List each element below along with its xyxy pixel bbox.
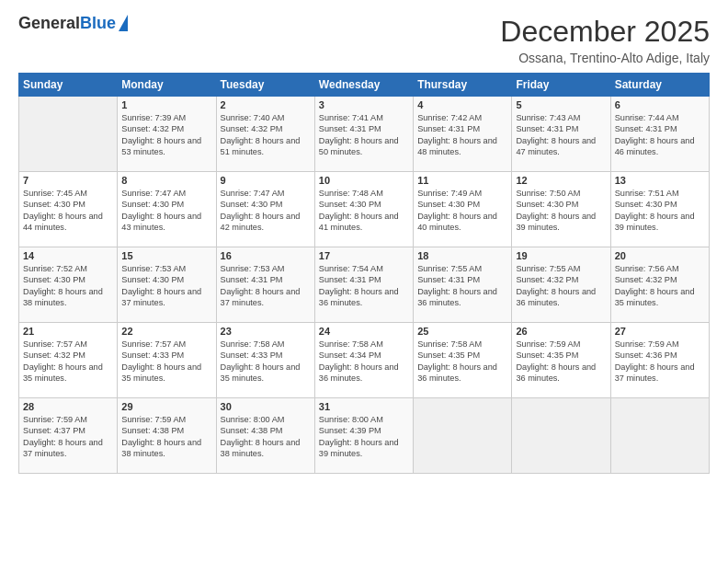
day-number: 4 (417, 99, 507, 110)
calendar-week-row: 21Sunrise: 7:57 AMSunset: 4:32 PMDayligh… (19, 323, 710, 398)
day-number: 25 (417, 326, 507, 337)
weekday-header-saturday: Saturday (610, 74, 709, 97)
calendar-cell: 28Sunrise: 7:59 AMSunset: 4:37 PMDayligh… (19, 398, 118, 474)
calendar-cell: 19Sunrise: 7:55 AMSunset: 4:32 PMDayligh… (512, 247, 610, 323)
weekday-header-friday: Friday (512, 74, 610, 97)
day-number: 12 (516, 175, 606, 186)
title-section: December 2025 Ossana, Trentino-Alto Adig… (500, 15, 710, 65)
day-info: Sunrise: 7:45 AMSunset: 4:30 PMDaylight:… (23, 188, 113, 234)
calendar-cell: 31Sunrise: 8:00 AMSunset: 4:39 PMDayligh… (314, 398, 413, 474)
calendar-cell (414, 398, 512, 474)
day-number: 28 (23, 401, 113, 412)
day-number: 11 (417, 175, 507, 186)
day-info: Sunrise: 7:47 AMSunset: 4:30 PMDaylight:… (121, 188, 211, 234)
day-info: Sunrise: 7:50 AMSunset: 4:30 PMDaylight:… (516, 188, 606, 234)
day-info: Sunrise: 7:57 AMSunset: 4:32 PMDaylight:… (23, 339, 113, 385)
day-number: 7 (23, 175, 113, 186)
day-number: 16 (221, 250, 311, 261)
calendar-cell: 14Sunrise: 7:52 AMSunset: 4:30 PMDayligh… (19, 247, 118, 323)
calendar-cell: 23Sunrise: 7:58 AMSunset: 4:33 PMDayligh… (216, 323, 314, 398)
day-number: 20 (615, 250, 705, 261)
day-number: 9 (221, 175, 311, 186)
logo-triangle-icon (119, 15, 128, 31)
calendar-cell (512, 398, 610, 474)
weekday-header-sunday: Sunday (19, 74, 118, 97)
weekday-header-tuesday: Tuesday (216, 74, 314, 97)
day-number: 27 (615, 326, 705, 337)
month-title: December 2025 (500, 15, 710, 49)
day-number: 13 (615, 175, 705, 186)
day-info: Sunrise: 7:48 AMSunset: 4:30 PMDaylight:… (319, 188, 409, 234)
calendar-cell: 21Sunrise: 7:57 AMSunset: 4:32 PMDayligh… (19, 323, 118, 398)
day-number: 10 (319, 175, 409, 186)
day-info: Sunrise: 7:59 AMSunset: 4:38 PMDaylight:… (121, 414, 211, 460)
calendar-cell: 3Sunrise: 7:41 AMSunset: 4:31 PMDaylight… (314, 97, 413, 172)
calendar-cell: 30Sunrise: 8:00 AMSunset: 4:38 PMDayligh… (216, 398, 314, 474)
calendar-week-row: 7Sunrise: 7:45 AMSunset: 4:30 PMDaylight… (19, 172, 710, 247)
calendar-cell: 15Sunrise: 7:53 AMSunset: 4:30 PMDayligh… (118, 247, 216, 323)
day-number: 24 (319, 326, 409, 337)
day-number: 23 (221, 326, 311, 337)
calendar-cell: 5Sunrise: 7:43 AMSunset: 4:31 PMDaylight… (512, 97, 610, 172)
weekday-header-wednesday: Wednesday (314, 74, 413, 97)
day-info: Sunrise: 7:53 AMSunset: 4:30 PMDaylight:… (121, 263, 211, 309)
day-number: 18 (417, 250, 507, 261)
day-info: Sunrise: 7:55 AMSunset: 4:32 PMDaylight:… (516, 263, 606, 309)
logo: GeneralBlue (18, 15, 128, 33)
day-info: Sunrise: 7:53 AMSunset: 4:31 PMDaylight:… (221, 263, 311, 309)
day-info: Sunrise: 7:58 AMSunset: 4:35 PMDaylight:… (417, 339, 507, 385)
day-number: 5 (516, 99, 606, 110)
day-number: 19 (516, 250, 606, 261)
calendar-cell: 22Sunrise: 7:57 AMSunset: 4:33 PMDayligh… (118, 323, 216, 398)
calendar-cell: 1Sunrise: 7:39 AMSunset: 4:32 PMDaylight… (118, 97, 216, 172)
day-number: 17 (319, 250, 409, 261)
calendar-cell: 13Sunrise: 7:51 AMSunset: 4:30 PMDayligh… (610, 172, 709, 247)
weekday-header-monday: Monday (118, 74, 216, 97)
day-info: Sunrise: 7:44 AMSunset: 4:31 PMDaylight:… (615, 112, 705, 158)
calendar-cell: 4Sunrise: 7:42 AMSunset: 4:31 PMDaylight… (414, 97, 512, 172)
day-number: 14 (23, 250, 113, 261)
calendar-cell: 16Sunrise: 7:53 AMSunset: 4:31 PMDayligh… (216, 247, 314, 323)
calendar-cell: 20Sunrise: 7:56 AMSunset: 4:32 PMDayligh… (610, 247, 709, 323)
day-info: Sunrise: 7:57 AMSunset: 4:33 PMDaylight:… (121, 339, 211, 385)
weekday-header-row: SundayMondayTuesdayWednesdayThursdayFrid… (19, 74, 710, 97)
day-info: Sunrise: 7:58 AMSunset: 4:34 PMDaylight:… (319, 339, 409, 385)
calendar-cell: 26Sunrise: 7:59 AMSunset: 4:35 PMDayligh… (512, 323, 610, 398)
calendar-cell: 9Sunrise: 7:47 AMSunset: 4:30 PMDaylight… (216, 172, 314, 247)
day-number: 26 (516, 326, 606, 337)
day-number: 15 (121, 250, 211, 261)
calendar-week-row: 28Sunrise: 7:59 AMSunset: 4:37 PMDayligh… (19, 398, 710, 474)
day-info: Sunrise: 7:59 AMSunset: 4:36 PMDaylight:… (615, 339, 705, 385)
day-info: Sunrise: 7:59 AMSunset: 4:35 PMDaylight:… (516, 339, 606, 385)
calendar-cell: 8Sunrise: 7:47 AMSunset: 4:30 PMDaylight… (118, 172, 216, 247)
day-info: Sunrise: 7:39 AMSunset: 4:32 PMDaylight:… (121, 112, 211, 158)
day-info: Sunrise: 7:54 AMSunset: 4:31 PMDaylight:… (319, 263, 409, 309)
day-number: 29 (121, 401, 211, 412)
day-info: Sunrise: 8:00 AMSunset: 4:38 PMDaylight:… (221, 414, 311, 460)
page: GeneralBlue December 2025 Ossana, Trenti… (0, 0, 728, 563)
calendar-week-row: 14Sunrise: 7:52 AMSunset: 4:30 PMDayligh… (19, 247, 710, 323)
calendar-cell (610, 398, 709, 474)
day-info: Sunrise: 8:00 AMSunset: 4:39 PMDaylight:… (319, 414, 409, 460)
day-info: Sunrise: 7:56 AMSunset: 4:32 PMDaylight:… (615, 263, 705, 309)
calendar-cell: 12Sunrise: 7:50 AMSunset: 4:30 PMDayligh… (512, 172, 610, 247)
day-number: 30 (221, 401, 311, 412)
day-number: 31 (319, 401, 409, 412)
day-info: Sunrise: 7:55 AMSunset: 4:31 PMDaylight:… (417, 263, 507, 309)
header: GeneralBlue December 2025 Ossana, Trenti… (18, 15, 710, 65)
day-info: Sunrise: 7:49 AMSunset: 4:30 PMDaylight:… (417, 188, 507, 234)
calendar-table: SundayMondayTuesdayWednesdayThursdayFrid… (18, 73, 710, 474)
day-number: 3 (319, 99, 409, 110)
day-number: 1 (121, 99, 211, 110)
logo-general: GeneralBlue (18, 15, 116, 33)
day-number: 22 (121, 326, 211, 337)
day-number: 6 (615, 99, 705, 110)
calendar-cell (19, 97, 118, 172)
calendar-cell: 7Sunrise: 7:45 AMSunset: 4:30 PMDaylight… (19, 172, 118, 247)
calendar-cell: 18Sunrise: 7:55 AMSunset: 4:31 PMDayligh… (414, 247, 512, 323)
day-info: Sunrise: 7:42 AMSunset: 4:31 PMDaylight:… (417, 112, 507, 158)
calendar-cell: 25Sunrise: 7:58 AMSunset: 4:35 PMDayligh… (414, 323, 512, 398)
calendar-cell: 10Sunrise: 7:48 AMSunset: 4:30 PMDayligh… (314, 172, 413, 247)
weekday-header-thursday: Thursday (414, 74, 512, 97)
day-info: Sunrise: 7:43 AMSunset: 4:31 PMDaylight:… (516, 112, 606, 158)
